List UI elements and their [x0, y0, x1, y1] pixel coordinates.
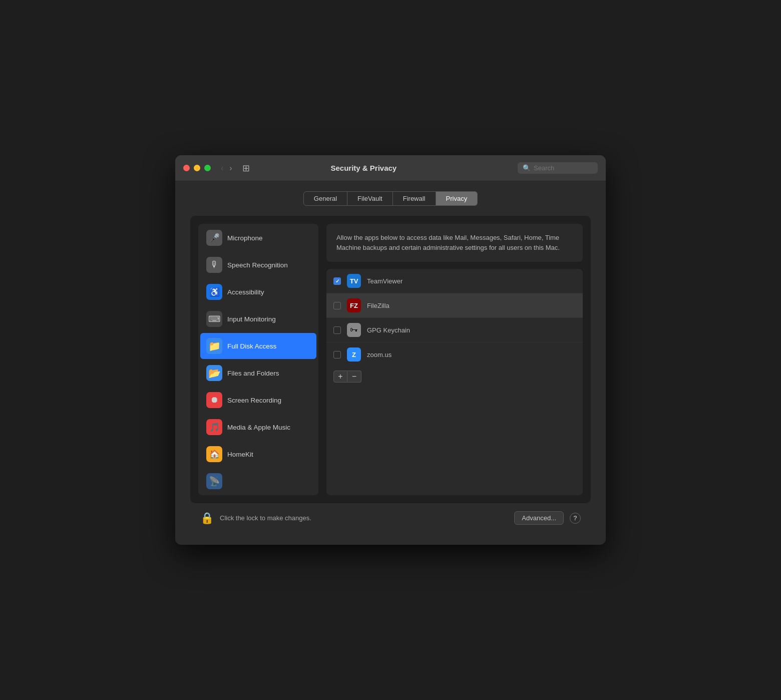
filezilla-icon: FZ [347, 298, 361, 312]
sidebar: 🎤 Microphone 🎙 Speech Recognition ♿ Acce… [198, 224, 318, 495]
sidebar-label-input-monitoring: Input Monitoring [227, 315, 276, 323]
sidebar-item-more[interactable]: 📡 [200, 468, 316, 494]
sidebar-item-full-disk[interactable]: 📁 Full Disk Access [200, 333, 316, 359]
search-icon: 🔍 [523, 164, 531, 172]
sidebar-label-accessibility: Accessibility [227, 288, 264, 296]
screen-recording-icon: ⏺ [206, 392, 222, 408]
sidebar-item-input-monitoring[interactable]: ⌨ Input Monitoring [200, 306, 316, 332]
maximize-button[interactable] [204, 165, 211, 171]
search-input[interactable] [534, 164, 593, 172]
sidebar-label-full-disk: Full Disk Access [227, 342, 276, 350]
tabs-bar: General FileVault Firewall Privacy [190, 191, 591, 206]
app-row-teamviewer[interactable]: TV TeamViewer [326, 269, 583, 293]
description-box: Allow the apps below to access data like… [326, 224, 583, 262]
homekit-icon: 🏠 [206, 446, 222, 462]
sidebar-label-microphone: Microphone [227, 234, 263, 242]
input-monitoring-icon: ⌨ [206, 311, 222, 327]
description-text: Allow the apps below to access data like… [336, 234, 560, 251]
more-icon: 📡 [206, 473, 222, 489]
window-title: Security & Privacy [216, 164, 512, 172]
checkbox-teamviewer[interactable] [333, 277, 341, 285]
app-name-teamviewer: TeamViewer [367, 277, 403, 285]
search-bar[interactable]: 🔍 [518, 162, 598, 174]
sidebar-item-files-folders[interactable]: 📂 Files and Folders [200, 360, 316, 386]
checkbox-filezilla[interactable] [333, 302, 341, 309]
sidebar-label-screen-recording: Screen Recording [227, 397, 281, 404]
tab-firewall[interactable]: Firewall [393, 191, 436, 206]
app-list-box: TV TeamViewer FZ FileZilla 🗝 GPG Keychai… [326, 269, 583, 495]
sidebar-label-homekit: HomeKit [227, 451, 253, 458]
sidebar-label-speech: Speech Recognition [227, 261, 288, 269]
full-disk-icon: 📁 [206, 338, 222, 354]
gpg-icon: 🗝 [347, 323, 361, 337]
tab-privacy[interactable]: Privacy [436, 191, 478, 206]
sidebar-label-files-folders: Files and Folders [227, 370, 279, 377]
sidebar-item-microphone[interactable]: 🎤 Microphone [200, 225, 316, 251]
close-button[interactable] [183, 165, 190, 171]
sidebar-item-apple-music[interactable]: 🎵 Media & Apple Music [200, 414, 316, 440]
apple-music-icon: 🎵 [206, 419, 222, 435]
sidebar-item-accessibility[interactable]: ♿ Accessibility [200, 279, 316, 305]
content-area: General FileVault Firewall Privacy 🎤 Mic… [175, 181, 606, 545]
lock-text: Click the lock to make changes. [220, 514, 508, 522]
app-row-gpg[interactable]: 🗝 GPG Keychain [326, 318, 583, 342]
checkbox-gpg[interactable] [333, 326, 341, 334]
tab-filevault[interactable]: FileVault [347, 191, 393, 206]
speech-icon: 🎙 [206, 257, 222, 273]
zoom-icon: Z [347, 347, 361, 362]
app-list: TV TeamViewer FZ FileZilla 🗝 GPG Keychai… [326, 269, 583, 367]
app-name-gpg: GPG Keychain [367, 326, 410, 334]
sidebar-item-screen-recording[interactable]: ⏺ Screen Recording [200, 387, 316, 413]
traffic-lights [183, 165, 211, 171]
tab-general[interactable]: General [303, 191, 347, 206]
advanced-button[interactable]: Advanced... [514, 511, 564, 525]
bottom-bar: 🔒 Click the lock to make changes. Advanc… [190, 503, 591, 530]
app-name-zoom: zoom.us [367, 351, 392, 359]
app-name-filezilla: FileZilla [367, 302, 389, 309]
right-panel: Allow the apps below to access data like… [326, 224, 583, 495]
checkbox-zoom[interactable] [333, 351, 341, 359]
main-panel: 🎤 Microphone 🎙 Speech Recognition ♿ Acce… [190, 216, 591, 503]
accessibility-icon: ♿ [206, 284, 222, 300]
list-controls: + − [326, 367, 583, 387]
titlebar: ‹ › ⊞ Security & Privacy 🔍 [175, 155, 606, 181]
system-preferences-window: ‹ › ⊞ Security & Privacy 🔍 General FileV… [175, 155, 606, 545]
app-row-zoom[interactable]: Z zoom.us [326, 342, 583, 367]
teamviewer-icon: TV [347, 274, 361, 288]
add-app-button[interactable]: + [333, 371, 347, 383]
sidebar-item-homekit[interactable]: 🏠 HomeKit [200, 441, 316, 467]
app-row-filezilla[interactable]: FZ FileZilla [326, 293, 583, 318]
help-button[interactable]: ? [570, 513, 581, 524]
sidebar-item-speech[interactable]: 🎙 Speech Recognition [200, 252, 316, 278]
sidebar-label-apple-music: Media & Apple Music [227, 424, 290, 431]
remove-app-button[interactable]: − [347, 371, 361, 383]
lock-icon[interactable]: 🔒 [200, 512, 214, 525]
minimize-button[interactable] [194, 165, 200, 171]
files-folders-icon: 📂 [206, 365, 222, 381]
microphone-icon: 🎤 [206, 230, 222, 246]
